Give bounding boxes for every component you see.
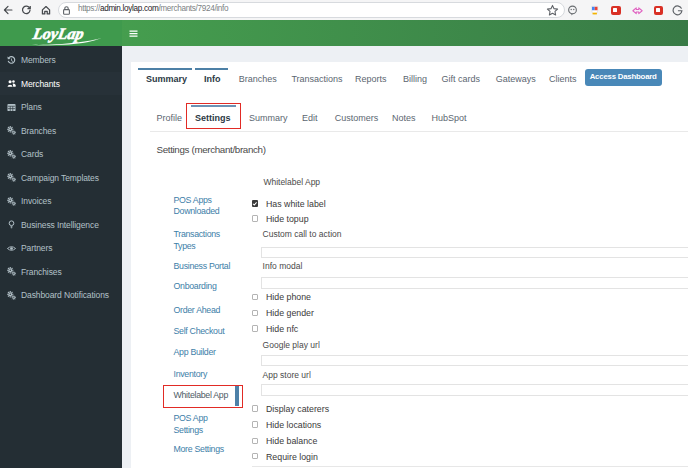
- svg-text:LoyLap: LoyLap: [30, 25, 85, 43]
